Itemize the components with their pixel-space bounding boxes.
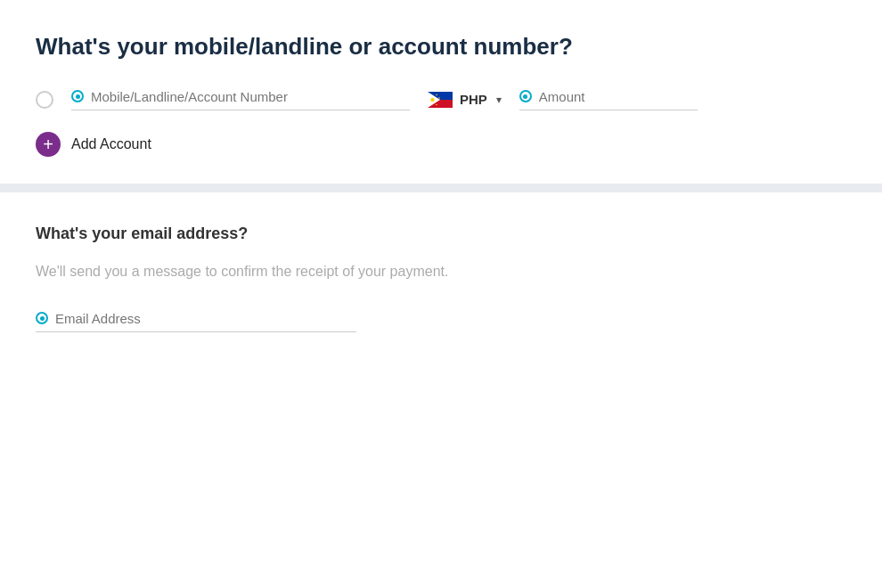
email-helper-text: We'll send you a message to confirm the …: [36, 261, 846, 282]
page-title: What's your mobile/landline or account n…: [36, 32, 846, 62]
page-wrapper: What's your mobile/landline or account n…: [0, 0, 882, 368]
svg-point-5: [438, 97, 440, 99]
account-radio-outer[interactable]: [36, 91, 53, 109]
currency-label: PHP: [460, 92, 487, 107]
account-number-radio[interactable]: [71, 90, 84, 102]
amount-radio[interactable]: [519, 90, 532, 102]
svg-point-6: [436, 103, 437, 105]
php-flag-icon: [428, 92, 453, 108]
svg-point-4: [436, 94, 437, 95]
account-number-group: [71, 89, 410, 110]
email-input[interactable]: [55, 311, 356, 326]
add-account-icon[interactable]: +: [36, 132, 61, 157]
add-account-label[interactable]: Add Account: [71, 136, 151, 152]
svg-point-3: [430, 98, 434, 102]
account-section: What's your mobile/landline or account n…: [0, 0, 882, 184]
account-number-input[interactable]: [91, 89, 410, 104]
add-account-row[interactable]: + Add Account: [36, 132, 846, 157]
currency-selector[interactable]: PHP ▾: [428, 92, 502, 108]
email-radio[interactable]: [36, 312, 48, 324]
email-section-title: What's your email address?: [36, 225, 846, 243]
section-divider: [0, 184, 882, 192]
account-input-row: PHP ▾: [36, 89, 846, 110]
amount-group: [519, 89, 698, 110]
email-section: What's your email address? We'll send yo…: [0, 192, 882, 368]
amount-input[interactable]: [539, 89, 698, 104]
chevron-down-icon: ▾: [496, 94, 502, 106]
email-group: [36, 311, 356, 332]
